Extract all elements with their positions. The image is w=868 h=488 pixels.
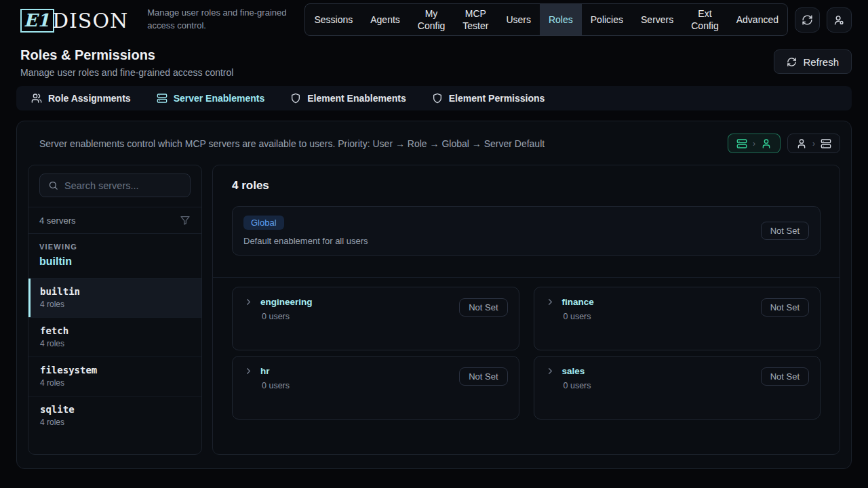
tab-server-enablements[interactable]: Server Enablements <box>144 93 278 104</box>
viewing-value: builtin <box>39 256 191 268</box>
panel-content: 4 servers VIEWING builtin builtin 4 role… <box>28 165 840 455</box>
tab-label: Server Enablements <box>174 93 265 104</box>
status-badge: Not Set <box>761 367 809 386</box>
main-nav: Sessions Agents My Config MCP Tester Use… <box>304 3 788 36</box>
server-icon <box>821 138 831 149</box>
nav-item-mcp-tester[interactable]: MCP Tester <box>454 4 497 35</box>
server-sidebar: 4 servers VIEWING builtin builtin 4 role… <box>28 165 202 455</box>
status-badge: Not Set <box>459 367 507 386</box>
chevron-right-icon[interactable] <box>545 366 555 376</box>
status-badge: Not Set <box>761 298 809 317</box>
server-item-sqlite[interactable]: sqlite 4 roles <box>28 396 201 435</box>
server-meta: 4 roles <box>40 418 191 427</box>
nav-item-advanced[interactable]: Advanced <box>728 4 787 35</box>
server-meta: 4 roles <box>40 339 191 348</box>
nav-item-policies[interactable]: Policies <box>582 4 632 35</box>
nav-item-label: Users <box>506 14 531 26</box>
chevron-right-icon: › <box>753 140 755 148</box>
user-settings-button[interactable] <box>827 7 852 33</box>
app-logo: E1 DISON <box>20 9 128 33</box>
logo-text: DISON <box>52 9 128 33</box>
global-card-text: Global Default enablement for all users <box>243 216 368 246</box>
server-name: filesystem <box>40 365 191 375</box>
role-card-engineering[interactable]: engineering 0 users Not Set <box>232 287 519 350</box>
server-name: fetch <box>40 325 191 336</box>
refresh-button[interactable]: Refresh <box>774 49 852 74</box>
server-count-row: 4 servers <box>28 207 201 234</box>
roles-main-card: 4 roles Global Default enablement for al… <box>212 165 840 455</box>
server-meta: 4 roles <box>40 300 191 309</box>
server-item-filesystem[interactable]: filesystem 4 roles <box>28 357 201 396</box>
top-header: E1 DISON Manage user roles and fine-grai… <box>0 0 868 39</box>
page-subtitle: Manage user roles and fine-grained acces… <box>20 67 233 78</box>
shield-icon <box>432 93 443 104</box>
tab-label: Element Enablements <box>307 93 406 104</box>
server-search-input[interactable] <box>64 180 191 191</box>
section-tabs: Role Assignments Server Enablements Elem… <box>16 86 852 110</box>
chevron-right-icon[interactable] <box>545 297 555 307</box>
app-tagline: Manage user roles and fine-grained acces… <box>147 7 302 33</box>
page-title: Roles & Permissions <box>20 47 233 63</box>
tab-element-permissions[interactable]: Element Permissions <box>419 93 558 104</box>
server-meta: 4 roles <box>40 378 191 388</box>
server-enablements-panel: Server enablements control which MCP ser… <box>16 121 852 469</box>
viewing-section: VIEWING builtin <box>28 234 201 279</box>
logo-boxed-text: E1 <box>20 9 54 33</box>
nav-item-label: My Config <box>418 7 445 32</box>
shield-icon <box>290 93 301 104</box>
server-icon <box>736 138 747 149</box>
chevron-right-icon[interactable] <box>243 297 254 307</box>
nav-item-roles[interactable]: Roles <box>540 4 582 35</box>
toggle-user-then-server[interactable]: › <box>787 134 840 153</box>
server-name: builtin <box>40 286 191 297</box>
global-enablement-card: Global Default enablement for all users … <box>232 206 821 256</box>
nav-item-my-config[interactable]: My Config <box>409 4 454 35</box>
nav-item-agents[interactable]: Agents <box>361 4 409 35</box>
chevron-right-icon[interactable] <box>243 366 254 376</box>
page-header-text: Roles & Permissions Manage user roles an… <box>20 47 233 78</box>
role-card-finance[interactable]: finance 0 users Not Set <box>534 287 821 350</box>
user-icon <box>796 138 807 149</box>
role-card-hr[interactable]: hr 0 users Not Set <box>232 356 519 420</box>
server-list: builtin 4 roles fetch 4 roles filesystem… <box>28 279 201 454</box>
nav-item-label: Ext Config <box>691 7 718 32</box>
tab-role-assignments[interactable]: Role Assignments <box>28 93 144 104</box>
roles-grid: engineering 0 users Not Set finance 0 us… <box>232 287 821 420</box>
status-badge: Not Set <box>459 298 507 317</box>
server-item-fetch[interactable]: fetch 4 roles <box>28 318 201 357</box>
role-card-sales[interactable]: sales 0 users Not Set <box>534 356 821 420</box>
nav-item-label: Agents <box>370 14 400 26</box>
nav-item-ext-config[interactable]: Ext Config <box>682 4 727 35</box>
viewing-label: VIEWING <box>39 243 191 251</box>
nav-item-label: Advanced <box>736 14 778 26</box>
tab-label: Role Assignments <box>48 93 131 104</box>
role-name: sales <box>562 366 585 376</box>
role-name: engineering <box>260 297 313 307</box>
refresh-button-label: Refresh <box>803 56 839 68</box>
priority-info-text: Server enablements control which MCP ser… <box>39 138 545 149</box>
server-search-section <box>28 165 201 207</box>
global-description: Default enablement for all users <box>243 236 368 246</box>
header-refresh-button[interactable] <box>795 7 820 33</box>
refresh-icon <box>787 57 797 67</box>
role-name: hr <box>260 366 270 376</box>
nav-item-sessions[interactable]: Sessions <box>305 4 361 35</box>
toggle-server-then-user[interactable]: › <box>728 134 781 153</box>
global-badge: Global <box>243 216 284 230</box>
role-name: finance <box>562 297 594 307</box>
nav-item-label: Servers <box>641 14 673 26</box>
status-badge: Not Set <box>761 222 809 240</box>
filter-icon[interactable] <box>180 215 191 226</box>
view-mode-toggles: › › <box>728 134 840 153</box>
nav-item-servers[interactable]: Servers <box>632 4 682 35</box>
server-search-box <box>39 174 191 197</box>
tab-element-enablements[interactable]: Element Enablements <box>277 93 419 104</box>
roles-heading: 4 roles <box>232 179 821 192</box>
server-item-builtin[interactable]: builtin 4 roles <box>28 279 201 318</box>
search-icon <box>48 180 58 190</box>
nav-item-users[interactable]: Users <box>497 4 540 35</box>
nav-item-label: Roles <box>549 14 573 26</box>
nav-item-label: MCP Tester <box>462 7 488 32</box>
refresh-icon <box>802 14 813 26</box>
user-icon <box>761 138 772 149</box>
